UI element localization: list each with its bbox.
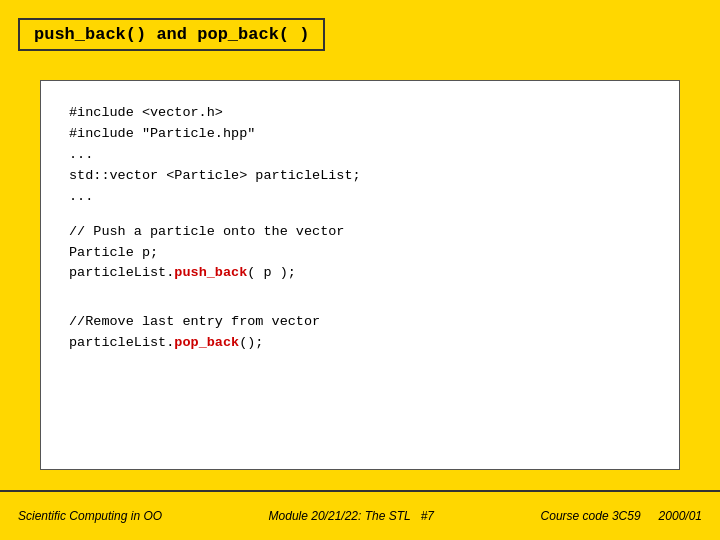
- footer-bar: Scientific Computing in OO Module 20/21/…: [0, 490, 720, 540]
- code-line-3: ...: [69, 145, 651, 166]
- code-line-8-pre: particleList.: [69, 335, 174, 350]
- code-line-4: std::vector <Particle> particleList;: [69, 166, 651, 187]
- code-line-8-post: ();: [239, 335, 263, 350]
- footer-course: Course code 3C59: [541, 509, 641, 523]
- title-box: push_back() and pop_back( ): [18, 18, 325, 51]
- footer-module: Module 20/21/22: The STL: [269, 509, 411, 523]
- code-line-7-pre: particleList.: [69, 265, 174, 280]
- code-box: #include <vector.h> #include "Particle.h…: [40, 80, 680, 470]
- code-line-7-post: ( p );: [247, 265, 296, 280]
- slide-title: push_back() and pop_back( ): [34, 25, 309, 44]
- footer-right: Course code 3C59 2000/01: [541, 509, 702, 523]
- footer-slide-number: #7: [421, 509, 434, 523]
- code-line-7: particleList.push_back( p );: [69, 263, 651, 284]
- code-comment-1: // Push a particle onto the vector: [69, 222, 651, 243]
- footer-left: Scientific Computing in OO: [18, 509, 162, 523]
- footer-year: 2000/01: [659, 509, 702, 523]
- pop-back-keyword: pop_back: [174, 335, 239, 350]
- push-back-keyword: push_back: [174, 265, 247, 280]
- code-line-8: particleList.pop_back();: [69, 333, 651, 354]
- code-line-5: ...: [69, 187, 651, 208]
- code-line-1: #include <vector.h>: [69, 103, 651, 124]
- code-line-2: #include "Particle.hpp": [69, 124, 651, 145]
- code-comment-2: //Remove last entry from vector: [69, 312, 651, 333]
- footer-center: Module 20/21/22: The STL #7: [269, 509, 434, 523]
- code-line-6: Particle p;: [69, 243, 651, 264]
